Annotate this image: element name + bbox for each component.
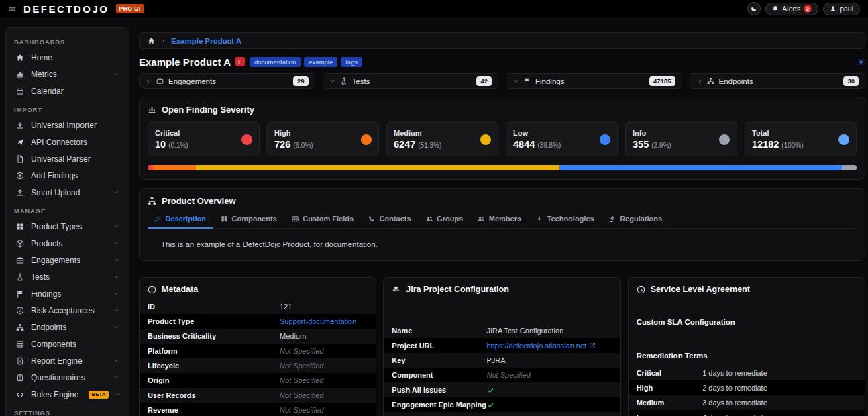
tab-contacts[interactable]: Contacts	[362, 211, 418, 229]
alerts-label: Alerts	[782, 5, 800, 13]
sidebar-item-add-findings[interactable]: Add Findings	[13, 167, 122, 184]
page-title: Example Product A	[139, 56, 231, 68]
pro-ui-badge: PRO UI	[116, 4, 144, 13]
grid-icon	[221, 215, 228, 223]
gear-icon	[857, 58, 865, 66]
sidebar-section-settings: SETTINGS	[14, 409, 121, 416]
tab-groups[interactable]: Groups	[419, 211, 470, 229]
tab-members[interactable]: Members	[471, 211, 528, 229]
stat-value: 726	[274, 139, 290, 150]
chevron-down-icon	[113, 71, 119, 77]
sidebar-item-label: API Connectors	[31, 138, 87, 147]
file-icon	[15, 155, 25, 163]
cube-icon	[15, 240, 25, 248]
alerts-button[interactable]: Alerts 2	[765, 3, 818, 15]
sidebar-item-label: Risk Acceptances	[31, 306, 95, 315]
breadcrumb-home-button[interactable]	[148, 37, 155, 44]
sidebar-item-calendar[interactable]: Calendar	[13, 83, 122, 99]
engagements-count-badge: 29	[293, 76, 309, 86]
tab-regulations[interactable]: Regulations	[602, 211, 669, 229]
product-type-link[interactable]: Support-documentation	[280, 317, 356, 325]
sidebar-item-questionnaires[interactable]: Questionnaires	[13, 369, 122, 386]
check-icon	[487, 386, 494, 394]
sidebar-item-label: Smart Upload	[31, 188, 80, 197]
sidebar-item-smart-upload[interactable]: Smart Upload	[13, 184, 122, 201]
code-icon	[15, 391, 25, 399]
sidebar-item-engagements[interactable]: Engagements	[13, 252, 122, 268]
chevron-down-icon	[113, 307, 119, 313]
table-value: 1 days to remediate	[702, 369, 767, 377]
settings-gear-button[interactable]	[857, 58, 865, 66]
sidebar-item-product-types[interactable]: Product Types	[13, 218, 122, 235]
sidebar-item-report-engine[interactable]: Report Engine	[13, 352, 122, 369]
chevron-down-icon	[113, 324, 119, 330]
filter-tests[interactable]: Tests42	[323, 73, 499, 89]
tag-tags[interactable]: tags	[341, 57, 362, 67]
stat-percent: (100%)	[781, 142, 803, 149]
sidebar-item-rules-engine[interactable]: Rules EngineBETA	[13, 386, 122, 403]
chevron-down-icon	[696, 78, 702, 84]
filter-endpoints[interactable]: Endpoints30	[690, 73, 866, 89]
filter-engagements[interactable]: Engagements29	[139, 73, 315, 89]
sidebar-item-findings[interactable]: Findings	[13, 285, 122, 302]
sidebar-item-components[interactable]: Components	[13, 335, 122, 352]
filter-findings[interactable]: Findings47185	[506, 73, 682, 89]
vial-icon	[340, 77, 347, 85]
bell-icon	[772, 5, 779, 12]
sidebar-item-universal-parser[interactable]: Universal Parser	[13, 150, 122, 167]
user-menu-button[interactable]: paul	[823, 3, 860, 15]
chevron-down-icon	[113, 240, 119, 246]
dark-mode-toggle[interactable]	[747, 2, 761, 15]
sidebar-item-home[interactable]: Home	[13, 49, 122, 66]
tab-components[interactable]: Components	[214, 211, 284, 229]
tab-label: Technologies	[547, 215, 594, 223]
sidebar-item-api-connectors[interactable]: API Connectors	[13, 134, 122, 150]
table-value: Not Specified	[280, 376, 323, 384]
stat-percent: (6.0%)	[293, 142, 313, 149]
sidebar-item-universal-importer[interactable]: Universal Importer	[13, 117, 122, 134]
home-icon	[15, 54, 25, 62]
sidebar-item-products[interactable]: Products	[13, 235, 122, 252]
tab-description[interactable]: Description	[148, 211, 213, 229]
tab-custom-fields[interactable]: Custom Fields	[285, 211, 360, 229]
plus-circle-icon	[15, 172, 25, 180]
table-row-name: NameJIRA Test Configuration	[384, 323, 620, 338]
defectdojo-logo[interactable]: DEFECTDOJO	[23, 3, 109, 15]
sidebar-item-tests[interactable]: Tests	[13, 268, 122, 285]
high-severity-dot	[361, 134, 372, 145]
table-value: PJRA	[487, 356, 506, 364]
table-value: Not Specified	[280, 406, 323, 414]
table-row-lifecycle: LifecycleNot Specified	[140, 358, 376, 373]
breadcrumb: Example Product A	[139, 32, 865, 49]
sidebar-item-endpoints[interactable]: Endpoints	[13, 319, 122, 335]
table-label: Platform	[148, 347, 280, 355]
sidebar-item-label: Components	[31, 340, 76, 349]
table-value: Not Specified	[280, 362, 323, 370]
table-label: Origin	[148, 376, 280, 384]
stat-percent: (2.9%)	[651, 142, 671, 149]
tag-example[interactable]: example	[304, 57, 337, 67]
users-icon	[426, 215, 433, 223]
breadcrumb-link[interactable]: Example Product A	[171, 37, 241, 45]
jira-table: NameJIRA Test ConfigurationProject URLht…	[384, 323, 620, 416]
stat-value: 12182	[752, 139, 779, 150]
sidebar-item-metrics[interactable]: Metrics	[13, 66, 122, 83]
jira-icon	[392, 285, 400, 294]
project-url-link[interactable]: https://defectdojo.atlassian.net	[487, 342, 596, 350]
sidebar-item-label: Findings	[31, 289, 61, 299]
table-row-product-type: Product TypeSupport-documentation	[140, 314, 376, 329]
sidebar-section-import: IMPORT	[14, 106, 121, 113]
sidebar-item-risk-acceptances[interactable]: Risk Acceptances	[13, 302, 122, 319]
briefcase-icon	[15, 256, 25, 264]
table-value: Not Specified	[280, 391, 323, 399]
grid-icon	[15, 223, 25, 231]
beta-badge: BETA	[89, 391, 108, 399]
table-row-push-all-issues: Push All Issues	[384, 382, 620, 397]
table-label: Low	[637, 413, 703, 416]
hamburger-menu-button[interactable]	[8, 5, 17, 13]
jira-card-title: Jira Project Configuration	[406, 284, 509, 294]
tab-technologies[interactable]: Technologies	[529, 211, 601, 229]
chevron-down-icon	[113, 189, 119, 195]
bolt-icon	[536, 215, 543, 223]
tag-documentation[interactable]: documentation	[250, 57, 301, 67]
